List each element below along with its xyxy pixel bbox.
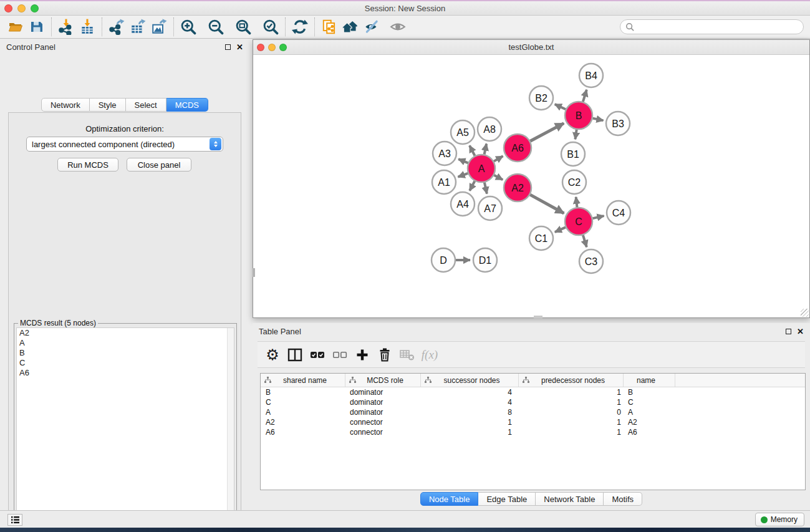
table-cell: 1 xyxy=(519,428,624,437)
search-input[interactable] xyxy=(620,19,804,34)
delete-row-trash-icon[interactable] xyxy=(374,344,396,365)
list-icon xyxy=(11,516,20,524)
tab-node-table[interactable]: Node Table xyxy=(420,492,479,506)
table-panel-title: Table Panel xyxy=(259,327,301,336)
table-cell: A xyxy=(261,408,345,417)
result-scrollbar[interactable] xyxy=(227,328,234,531)
table-row[interactable]: A2connector11A2 xyxy=(261,417,805,427)
table-row[interactable]: Bdominator41B xyxy=(261,387,805,397)
graph-edge[interactable] xyxy=(458,173,468,177)
graph-node-label: B1 xyxy=(567,149,579,160)
select-none-icon[interactable] xyxy=(329,344,351,365)
search-icon xyxy=(625,22,635,32)
graph-edge[interactable] xyxy=(470,181,475,190)
table-row[interactable]: A6connector11A6 xyxy=(261,427,805,437)
graph-edge[interactable] xyxy=(555,104,566,109)
tab-mcds[interactable]: MCDS xyxy=(166,98,208,112)
tab-edge-table[interactable]: Edge Table xyxy=(478,492,536,506)
graph-edge[interactable] xyxy=(583,235,587,247)
graph-edge[interactable] xyxy=(583,90,587,102)
tab-network-table[interactable]: Network Table xyxy=(536,492,604,506)
graph-edge[interactable] xyxy=(555,227,566,232)
graph-edge[interactable] xyxy=(530,195,564,213)
column-header-mcds-role[interactable]: MCDS role xyxy=(345,374,421,387)
graph-edge[interactable] xyxy=(592,216,604,218)
graph-edge[interactable] xyxy=(576,197,577,207)
table-row[interactable]: Adominator80A xyxy=(261,407,805,417)
home-networks-icon[interactable] xyxy=(340,17,361,36)
float-panel-icon[interactable] xyxy=(786,329,791,334)
export-table-icon[interactable] xyxy=(127,17,148,36)
duplicate-network-icon[interactable] xyxy=(319,17,340,36)
mcds-result-list[interactable]: A2ABCA6 xyxy=(16,327,234,531)
add-row-icon[interactable] xyxy=(351,344,374,365)
refresh-icon[interactable] xyxy=(289,17,311,36)
float-panel-icon[interactable] xyxy=(225,44,231,50)
column-header-name[interactable]: name xyxy=(624,374,675,387)
criterion-dropdown[interactable]: largest connected component (directed) xyxy=(26,137,223,152)
column-type-icon xyxy=(349,377,356,384)
select-all-icon[interactable] xyxy=(306,344,329,365)
graph-node-label: C2 xyxy=(568,177,581,188)
close-panel-button[interactable]: Close panel xyxy=(127,158,191,172)
network-window-titlebar[interactable]: testGlobe.txt xyxy=(253,40,809,55)
export-network-icon[interactable] xyxy=(106,17,127,36)
column-header-shared-name[interactable]: shared name xyxy=(261,374,345,387)
graph-edge[interactable] xyxy=(485,182,487,193)
tab-select[interactable]: Select xyxy=(126,98,166,112)
mcds-result-item[interactable]: A xyxy=(17,338,234,348)
import-table-icon[interactable] xyxy=(77,17,98,36)
close-panel-icon[interactable]: ✕ xyxy=(236,43,243,51)
graph-edge[interactable] xyxy=(470,145,475,155)
table-cell: 8 xyxy=(421,408,519,417)
mcds-result-group: MCDS result (5 nodes) A2ABCA6 xyxy=(14,323,237,532)
settings-gear-icon[interactable]: ⚙ xyxy=(261,344,284,365)
tab-motifs[interactable]: Motifs xyxy=(604,492,642,506)
tab-network[interactable]: Network xyxy=(41,98,90,112)
desktop-wallpaper-edge xyxy=(0,528,810,532)
function-builder-icon[interactable]: f(x) xyxy=(418,344,441,365)
zoom-fit-icon[interactable] xyxy=(233,17,254,36)
hide-eye-icon[interactable] xyxy=(361,17,382,36)
show-eye-icon[interactable] xyxy=(387,17,408,36)
graph-node-label: A4 xyxy=(456,199,469,210)
graph-edge[interactable] xyxy=(485,144,487,155)
table-cell: A6 xyxy=(261,428,345,437)
mcds-result-item[interactable]: B xyxy=(17,348,234,358)
run-mcds-button[interactable]: Run MCDS xyxy=(57,158,118,172)
close-panel-icon[interactable]: ✕ xyxy=(797,327,804,336)
columns-icon[interactable] xyxy=(284,344,306,365)
column-header-successor-nodes[interactable]: successor nodes xyxy=(421,374,519,387)
task-list-button[interactable] xyxy=(7,514,22,526)
graph-edge[interactable] xyxy=(494,175,503,180)
zoom-selected-icon[interactable] xyxy=(260,17,281,36)
graph-edge[interactable] xyxy=(575,130,576,139)
import-network-icon[interactable] xyxy=(55,17,77,36)
network-canvas[interactable]: AA6A2BCA1A3A4A5A7A8B1B2B3B4C1C2C3C4DD1 xyxy=(253,55,809,317)
graph-edge[interactable] xyxy=(494,156,503,161)
graph-edge[interactable] xyxy=(458,159,468,163)
memory-button[interactable]: Memory xyxy=(755,513,804,526)
table-row[interactable]: Cdominator41C xyxy=(261,397,805,407)
export-image-icon[interactable] xyxy=(148,17,170,36)
column-header-predecessor-nodes[interactable]: predecessor nodes xyxy=(519,374,624,387)
mcds-result-item[interactable]: A2 xyxy=(17,328,234,338)
graph-edge[interactable] xyxy=(593,118,604,121)
graph-node-label: C3 xyxy=(585,256,598,267)
zoom-in-icon[interactable] xyxy=(178,17,199,36)
mcds-result-item[interactable]: A6 xyxy=(17,368,234,378)
graph-edge[interactable] xyxy=(530,123,564,142)
zoom-out-icon[interactable] xyxy=(205,17,226,36)
mcds-result-item[interactable]: C xyxy=(17,358,234,368)
node-table: shared name MCDS role successor nodes pr… xyxy=(260,373,806,490)
delete-table-icon[interactable] xyxy=(396,344,418,365)
open-session-icon[interactable] xyxy=(5,17,26,36)
network-graph[interactable]: AA6A2BCA1A3A4A5A7A8B1B2B3B4C1C2C3C4DD1 xyxy=(253,55,809,317)
save-session-icon[interactable] xyxy=(26,17,47,36)
resize-grip-icon[interactable] xyxy=(801,309,809,317)
table-panel: Table Panel ✕ ⚙ f(x) shar xyxy=(253,323,810,510)
table-cell: B xyxy=(261,388,345,397)
graph-node-label: A xyxy=(478,163,485,174)
tab-style[interactable]: Style xyxy=(90,98,126,112)
graph-node-label: A3 xyxy=(438,148,451,159)
